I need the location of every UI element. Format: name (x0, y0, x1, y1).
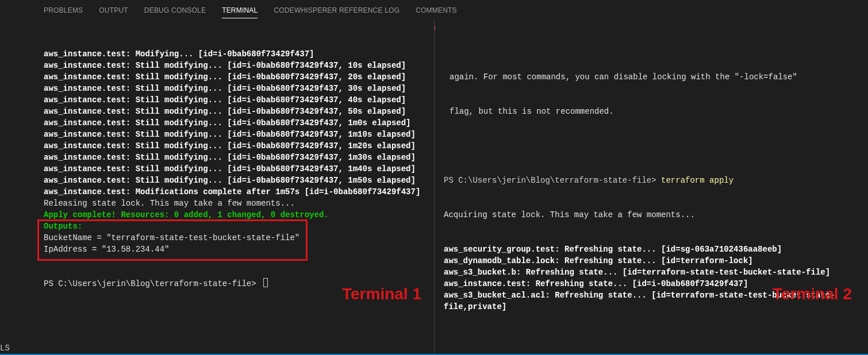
split-panels: aws_instance.test: Modifying... [id=i-0b… (0, 20, 868, 354)
error-line-2: flag, but this is not recommended. (450, 107, 614, 116)
tab-comments[interactable]: COMMENTS (416, 2, 457, 18)
terminal-line: aws_instance.test: Still modifying... [i… (44, 152, 427, 163)
command-text: terraform apply (661, 176, 733, 185)
tab-problems[interactable]: PROBLEMS (44, 2, 83, 18)
annotation-label-1: Terminal 1 (342, 288, 421, 300)
terminal-line: aws_instance.test: Modifications complet… (44, 186, 427, 198)
tab-codewhisperer-log[interactable]: CODEWHISPERER REFERENCE LOG (274, 2, 400, 18)
terminal-line: BucketName = "terraform-state-test-bucke… (44, 232, 427, 244)
refreshing-state-line: aws_dynamodb_table.lock: Refreshing stat… (444, 255, 861, 267)
terminal-pane-1[interactable]: aws_instance.test: Modifying... [id=i-0b… (0, 20, 434, 354)
terminal-line: aws_instance.test: Still modifying... [i… (44, 60, 427, 71)
refreshing-state-line: aws_s3_bucket.b: Refreshing state... [id… (444, 267, 861, 278)
split-active-indicator (434, 25, 435, 30)
refreshing-state-line: aws_instance.test: Refreshing state... [… (444, 278, 861, 290)
terminal-line: aws_instance.test: Still modifying... [i… (44, 106, 427, 117)
terminal-line: aws_instance.test: Still modifying... [i… (44, 94, 427, 106)
tab-debug-console[interactable]: DEBUG CONSOLE (144, 2, 206, 18)
acquiring-lock-line: Acquiring state lock. This may take a fe… (444, 209, 861, 221)
terminal-line: Outputs: (44, 221, 427, 232)
terminal-line: Releasing state lock. This may take a fe… (44, 198, 427, 209)
terminal-line: Apply complete! Resources: 0 added, 1 ch… (44, 209, 427, 221)
terminal-line: aws_instance.test: Still modifying... [i… (44, 129, 427, 140)
sidebar-fragment-text: LS (0, 342, 10, 354)
error-line-1: again. For most commands, you can disabl… (450, 72, 797, 82)
terminal-line: aws_instance.test: Still modifying... [i… (44, 163, 427, 175)
terminal-line: IpAddress = "13.58.234.44" (44, 244, 427, 255)
prompt-path-right: PS C:\Users\jerin\Blog\terraform-state-f… (444, 176, 661, 185)
refreshing-state-line: aws_s3_bucket_acl.acl: Refreshing state.… (444, 290, 861, 312)
refreshing-state-line: aws_security_group.test: Refreshing stat… (444, 244, 861, 255)
terminal-line: aws_instance.test: Still modifying... [i… (44, 117, 427, 129)
terminal-line: aws_instance.test: Still modifying... [i… (44, 175, 427, 186)
tab-output[interactable]: OUTPUT (99, 2, 128, 18)
terminal-line: aws_instance.test: Still modifying... [i… (44, 83, 427, 94)
terminal-line: aws_instance.test: Still modifying... [i… (44, 71, 427, 83)
terminal-line: aws_instance.test: Modifying... [id=i-0b… (44, 48, 427, 60)
panel-tabs: PROBLEMS OUTPUT DEBUG CONSOLE TERMINAL C… (0, 0, 868, 20)
terminal-line: aws_instance.test: Still modifying... [i… (44, 140, 427, 152)
cursor-icon (263, 278, 268, 287)
terminal-pane-2[interactable]: again. For most commands, you can disabl… (434, 20, 868, 354)
prompt-path-left: PS C:\Users\jerin\Blog\terraform-state-f… (44, 279, 261, 288)
tab-terminal[interactable]: TERMINAL (222, 2, 258, 18)
